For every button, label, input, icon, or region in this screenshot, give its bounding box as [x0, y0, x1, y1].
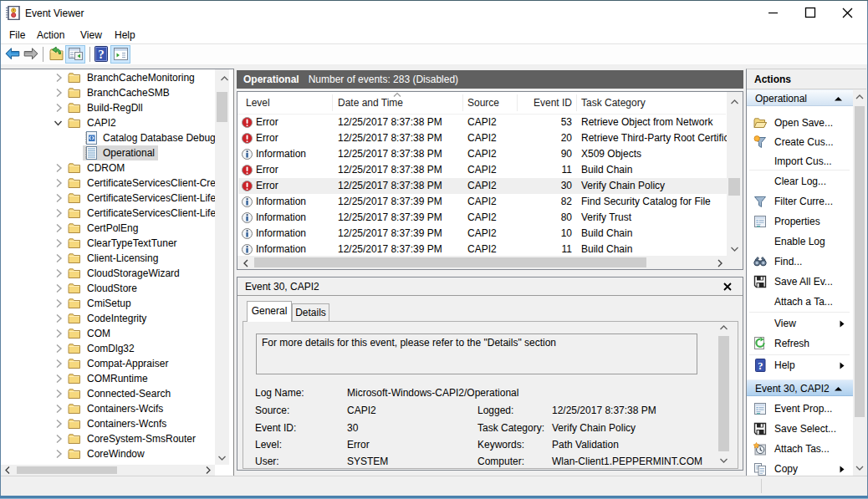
svg-text:?: ?: [98, 48, 105, 61]
